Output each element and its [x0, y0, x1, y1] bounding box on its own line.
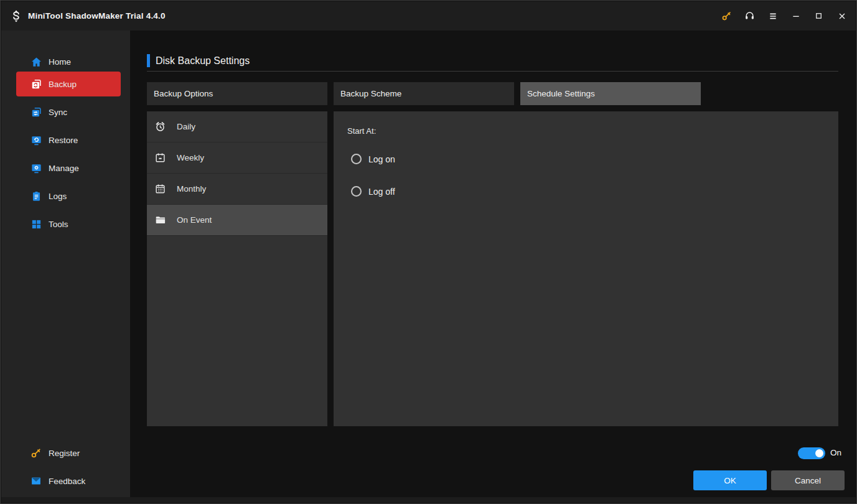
schedule-type-label: On Event — [177, 215, 212, 225]
sidebar: Home Backup Sync — [1, 30, 130, 497]
sidebar-item-home[interactable]: Home — [16, 49, 121, 74]
schedule-type-monthly[interactable]: Monthly — [147, 174, 327, 205]
schedule-type-daily[interactable]: Daily — [147, 111, 327, 142]
sidebar-item-restore[interactable]: Restore — [16, 128, 121, 152]
key-icon — [30, 447, 42, 459]
window-bottom-edge — [1, 497, 856, 503]
tab-backup-scheme[interactable]: Backup Scheme — [334, 82, 514, 105]
headset-support-icon[interactable] — [738, 1, 761, 30]
accent-bar — [147, 54, 150, 67]
titlebar: MiniTool ShadowMaker Trial 4.4.0 — [1, 1, 856, 30]
restore-icon — [30, 134, 42, 146]
menu-icon[interactable] — [761, 1, 784, 30]
schedule-settings-panel: Start At: Log on Log off — [334, 111, 838, 426]
register-key-icon[interactable] — [715, 1, 738, 30]
envelope-icon — [30, 475, 42, 487]
schedule-toggle[interactable] — [798, 447, 825, 459]
sidebar-item-label: Manage — [49, 164, 79, 173]
home-icon — [30, 55, 42, 68]
maximize-icon[interactable] — [807, 1, 830, 30]
sidebar-item-manage[interactable]: Manage — [16, 156, 121, 180]
radio-label: Log off — [368, 187, 395, 197]
schedule-type-label: Weekly — [177, 153, 204, 162]
radio-circle-icon[interactable] — [351, 154, 362, 164]
tab-schedule-settings[interactable]: Schedule Settings — [520, 82, 701, 105]
toggle-state-label: On — [830, 448, 841, 457]
app-logo-icon — [9, 9, 23, 23]
sidebar-item-label: Home — [49, 57, 71, 67]
schedule-type-label: Daily — [177, 122, 195, 131]
sidebar-item-label: Logs — [49, 192, 67, 201]
ok-button[interactable]: OK — [693, 470, 767, 490]
tab-label: Backup Options — [154, 89, 213, 98]
radio-label: Log on — [368, 154, 395, 164]
page-header: Disk Backup Settings — [147, 54, 250, 67]
tab-label: Schedule Settings — [527, 89, 595, 98]
sidebar-item-register[interactable]: Register — [16, 441, 121, 465]
toggle-knob-icon — [815, 449, 823, 457]
sidebar-item-label: Sync — [49, 108, 67, 117]
minimize-icon[interactable] — [784, 1, 807, 30]
cancel-button[interactable]: Cancel — [771, 470, 845, 490]
sidebar-item-sync[interactable]: Sync — [16, 100, 121, 124]
alarm-clock-icon — [154, 121, 166, 133]
schedule-type-label: Monthly — [177, 184, 206, 194]
tab-backup-options[interactable]: Backup Options — [147, 82, 327, 105]
sidebar-item-label: Restore — [49, 136, 78, 145]
close-icon[interactable] — [830, 1, 853, 30]
radio-log-on[interactable]: Log on — [351, 154, 395, 164]
sidebar-item-label: Feedback — [49, 477, 85, 486]
schedule-type-weekly[interactable]: Weekly — [147, 142, 327, 174]
manage-icon — [30, 162, 42, 174]
app-window: MiniTool ShadowMaker Trial 4.4.0 — [0, 0, 857, 504]
backup-icon — [30, 78, 42, 90]
sidebar-item-label: Backup — [49, 80, 77, 89]
tab-label: Backup Scheme — [340, 89, 401, 98]
tools-icon — [30, 218, 42, 230]
window-title: MiniTool ShadowMaker Trial 4.4.0 — [28, 11, 166, 21]
sidebar-item-logs[interactable]: Logs — [16, 184, 121, 208]
sidebar-item-label: Tools — [49, 220, 68, 229]
sidebar-item-backup[interactable]: Backup — [16, 72, 121, 96]
page-title: Disk Backup Settings — [156, 55, 250, 67]
sync-icon — [30, 106, 42, 118]
start-at-label: Start At: — [347, 126, 376, 136]
schedule-type-on-event[interactable]: On Event — [147, 205, 327, 236]
folder-icon — [154, 214, 166, 226]
radio-circle-icon[interactable] — [351, 186, 362, 197]
radio-log-off[interactable]: Log off — [351, 186, 395, 197]
header-divider — [147, 71, 838, 72]
calendar-month-icon — [154, 183, 166, 195]
sidebar-item-feedback[interactable]: Feedback — [16, 469, 121, 493]
sidebar-item-tools[interactable]: Tools — [16, 212, 121, 236]
schedule-type-list: Daily Weekly Monthly — [147, 111, 327, 426]
calendar-week-icon — [154, 152, 166, 164]
sidebar-item-label: Register — [49, 449, 80, 458]
logs-icon — [30, 190, 42, 202]
